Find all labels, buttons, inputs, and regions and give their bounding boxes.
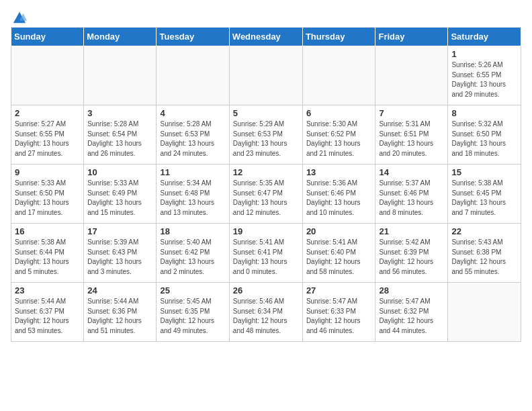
day-number: 5 [233,108,299,118]
day-info: Sunrise: 5:46 AM Sunset: 6:34 PM Dayligh… [233,297,299,336]
weekday-header-saturday: Saturday [448,28,521,46]
day-number: 15 [451,167,517,177]
day-info: Sunrise: 5:47 AM Sunset: 6:33 PM Dayligh… [306,297,372,336]
day-info: Sunrise: 5:31 AM Sunset: 6:51 PM Dayligh… [379,120,444,158]
day-number: 18 [160,226,225,236]
calendar-day-6: 6Sunrise: 5:30 AM Sunset: 6:52 PM Daylig… [302,105,375,165]
calendar-day-25: 25Sunrise: 5:45 AM Sunset: 6:35 PM Dayli… [157,283,229,342]
day-info: Sunrise: 5:29 AM Sunset: 6:53 PM Dayligh… [233,120,299,158]
day-number: 12 [233,167,299,177]
day-number: 3 [87,108,152,118]
day-info: Sunrise: 5:40 AM Sunset: 6:42 PM Dayligh… [160,238,225,277]
calendar-day-17: 17Sunrise: 5:39 AM Sunset: 6:43 PM Dayli… [84,224,157,283]
day-info: Sunrise: 5:33 AM Sunset: 6:50 PM Dayligh… [15,179,80,218]
day-number: 25 [160,285,225,295]
weekday-header-tuesday: Tuesday [157,28,229,46]
calendar-day-11: 11Sunrise: 5:34 AM Sunset: 6:48 PM Dayli… [157,165,229,224]
day-number: 13 [306,167,372,177]
day-info: Sunrise: 5:30 AM Sunset: 6:52 PM Dayligh… [306,120,372,158]
calendar-day-16: 16Sunrise: 5:38 AM Sunset: 6:44 PM Dayli… [11,224,84,283]
calendar-day-22: 22Sunrise: 5:43 AM Sunset: 6:38 PM Dayli… [448,224,521,283]
day-info: Sunrise: 5:44 AM Sunset: 6:36 PM Dayligh… [87,297,152,336]
day-info: Sunrise: 5:44 AM Sunset: 6:37 PM Dayligh… [15,297,80,336]
calendar-day-12: 12Sunrise: 5:35 AM Sunset: 6:47 PM Dayli… [229,165,302,224]
calendar-week-row: 23Sunrise: 5:44 AM Sunset: 6:37 PM Dayli… [11,283,521,342]
day-number: 14 [379,167,444,177]
calendar-day-13: 13Sunrise: 5:36 AM Sunset: 6:46 PM Dayli… [302,165,375,224]
calendar-day-23: 23Sunrise: 5:44 AM Sunset: 6:37 PM Dayli… [11,283,84,342]
calendar-day-9: 9Sunrise: 5:33 AM Sunset: 6:50 PM Daylig… [11,165,84,224]
day-number: 22 [451,226,517,236]
day-number: 28 [379,285,444,295]
calendar-day-24: 24Sunrise: 5:44 AM Sunset: 6:36 PM Dayli… [84,283,157,342]
calendar-day-18: 18Sunrise: 5:40 AM Sunset: 6:42 PM Dayli… [157,224,229,283]
calendar-week-row: 2Sunrise: 5:27 AM Sunset: 6:55 PM Daylig… [11,105,521,165]
day-info: Sunrise: 5:36 AM Sunset: 6:46 PM Dayligh… [306,179,372,218]
calendar-day-7: 7Sunrise: 5:31 AM Sunset: 6:51 PM Daylig… [375,105,448,165]
day-info: Sunrise: 5:32 AM Sunset: 6:50 PM Dayligh… [451,120,517,158]
day-number: 2 [15,108,80,118]
day-number: 24 [87,285,152,295]
day-number: 6 [306,108,372,118]
weekday-header-friday: Friday [375,28,448,46]
day-info: Sunrise: 5:41 AM Sunset: 6:41 PM Dayligh… [233,238,299,277]
calendar-day-20: 20Sunrise: 5:41 AM Sunset: 6:40 PM Dayli… [302,224,375,283]
day-number: 26 [233,285,299,295]
calendar-day-5: 5Sunrise: 5:29 AM Sunset: 6:53 PM Daylig… [229,105,302,165]
day-number: 21 [379,226,444,236]
day-number: 20 [306,226,372,236]
page-header [11,11,521,21]
day-number: 19 [233,226,299,236]
calendar-week-row: 1Sunrise: 5:26 AM Sunset: 6:55 PM Daylig… [11,46,521,105]
day-info: Sunrise: 5:34 AM Sunset: 6:48 PM Dayligh… [160,179,225,218]
day-info: Sunrise: 5:28 AM Sunset: 6:53 PM Dayligh… [160,120,225,158]
calendar-day-3: 3Sunrise: 5:28 AM Sunset: 6:54 PM Daylig… [84,105,157,165]
calendar-day-1: 1Sunrise: 5:26 AM Sunset: 6:55 PM Daylig… [448,46,521,105]
day-info: Sunrise: 5:33 AM Sunset: 6:49 PM Dayligh… [87,179,152,218]
day-info: Sunrise: 5:38 AM Sunset: 6:45 PM Dayligh… [451,179,517,218]
calendar-day-19: 19Sunrise: 5:41 AM Sunset: 6:41 PM Dayli… [229,224,302,283]
day-number: 4 [160,108,225,118]
day-info: Sunrise: 5:26 AM Sunset: 6:55 PM Dayligh… [451,60,517,99]
day-number: 17 [87,226,152,236]
calendar-day-21: 21Sunrise: 5:42 AM Sunset: 6:39 PM Dayli… [375,224,448,283]
weekday-header-row: SundayMondayTuesdayWednesdayThursdayFrid… [11,28,521,46]
day-number: 1 [451,49,517,59]
calendar-day-4: 4Sunrise: 5:28 AM Sunset: 6:53 PM Daylig… [157,105,229,165]
day-number: 8 [451,108,517,118]
weekday-header-monday: Monday [84,28,157,46]
logo-icon [12,11,27,26]
day-info: Sunrise: 5:47 AM Sunset: 6:32 PM Dayligh… [379,297,444,336]
weekday-header-sunday: Sunday [11,28,84,46]
day-number: 7 [379,108,444,118]
day-number: 11 [160,167,225,177]
calendar-day-empty [84,46,157,105]
calendar-day-empty [448,283,521,342]
day-number: 16 [15,226,80,236]
calendar-day-27: 27Sunrise: 5:47 AM Sunset: 6:33 PM Dayli… [302,283,375,342]
day-info: Sunrise: 5:43 AM Sunset: 6:38 PM Dayligh… [451,238,517,277]
calendar-day-empty [11,46,84,105]
weekday-header-wednesday: Wednesday [229,28,302,46]
calendar-day-8: 8Sunrise: 5:32 AM Sunset: 6:50 PM Daylig… [448,105,521,165]
calendar-week-row: 16Sunrise: 5:38 AM Sunset: 6:44 PM Dayli… [11,224,521,283]
day-info: Sunrise: 5:39 AM Sunset: 6:43 PM Dayligh… [87,238,152,277]
calendar-day-empty [157,46,229,105]
day-number: 10 [87,167,152,177]
day-info: Sunrise: 5:28 AM Sunset: 6:54 PM Dayligh… [87,120,152,158]
calendar-table: SundayMondayTuesdayWednesdayThursdayFrid… [11,27,521,342]
day-info: Sunrise: 5:38 AM Sunset: 6:44 PM Dayligh… [15,238,80,277]
day-info: Sunrise: 5:42 AM Sunset: 6:39 PM Dayligh… [379,238,444,277]
calendar-day-10: 10Sunrise: 5:33 AM Sunset: 6:49 PM Dayli… [84,165,157,224]
day-info: Sunrise: 5:41 AM Sunset: 6:40 PM Dayligh… [306,238,372,277]
day-number: 9 [15,167,80,177]
day-number: 23 [15,285,80,295]
calendar-day-28: 28Sunrise: 5:47 AM Sunset: 6:32 PM Dayli… [375,283,448,342]
day-info: Sunrise: 5:37 AM Sunset: 6:46 PM Dayligh… [379,179,444,218]
calendar-day-empty [302,46,375,105]
day-number: 27 [306,285,372,295]
calendar-day-26: 26Sunrise: 5:46 AM Sunset: 6:34 PM Dayli… [229,283,302,342]
calendar-day-14: 14Sunrise: 5:37 AM Sunset: 6:46 PM Dayli… [375,165,448,224]
weekday-header-thursday: Thursday [302,28,375,46]
calendar-day-2: 2Sunrise: 5:27 AM Sunset: 6:55 PM Daylig… [11,105,84,165]
